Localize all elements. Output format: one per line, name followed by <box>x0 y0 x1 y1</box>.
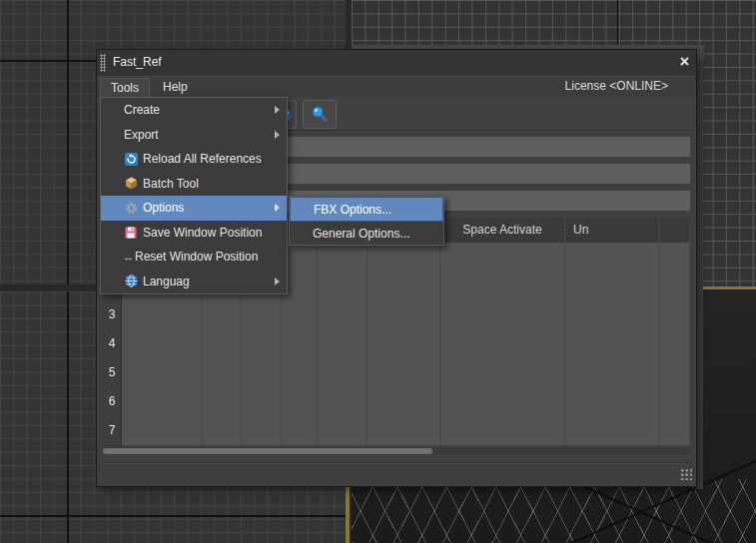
menu-item-reset-window-position[interactable]: ↔ Reset Window Position <box>101 245 287 270</box>
reset-arrows-icon: ↔ <box>124 250 133 264</box>
title-bar[interactable]: Fast_Ref × <box>97 50 696 77</box>
table-cell[interactable] <box>368 300 440 330</box>
table-cell[interactable] <box>368 416 440 446</box>
table-cell[interactable] <box>282 329 318 359</box>
table-cell[interactable] <box>565 272 660 301</box>
table-cell[interactable] <box>660 272 690 301</box>
horizontal-scrollbar[interactable] <box>103 447 690 455</box>
table-cell[interactable] <box>122 300 203 330</box>
table-cell[interactable] <box>368 272 440 301</box>
row-number[interactable]: 6 <box>103 387 122 417</box>
table-cell[interactable] <box>203 329 242 359</box>
divider <box>103 462 690 464</box>
grid-axis-horizontal <box>0 515 346 517</box>
floppy-save-icon <box>124 226 138 240</box>
table-cell[interactable] <box>203 300 242 330</box>
table-cell[interactable] <box>122 416 203 446</box>
table-cell[interactable] <box>242 329 282 359</box>
table-cell[interactable] <box>368 387 440 417</box>
table-cell[interactable] <box>565 243 660 272</box>
table-cell[interactable] <box>660 243 690 272</box>
table-cell[interactable] <box>203 416 242 446</box>
table-cell[interactable] <box>440 272 565 301</box>
tools-dropdown-menu: Create Export Reload All References Batc… <box>100 97 288 294</box>
table-cell[interactable] <box>122 387 203 417</box>
table-row: 3 <box>103 300 690 329</box>
table-cell[interactable] <box>318 243 368 272</box>
table-cell[interactable] <box>660 358 690 388</box>
table-cell[interactable] <box>368 358 440 388</box>
table-cell[interactable] <box>318 329 368 359</box>
submenu-arrow-icon <box>275 204 280 212</box>
table-cell[interactable] <box>565 387 660 417</box>
table-cell[interactable] <box>440 387 565 417</box>
menu-tools[interactable]: Tools <box>100 78 150 98</box>
menu-item-options[interactable]: Options <box>101 196 287 221</box>
header-spacer <box>660 218 690 243</box>
resize-grip[interactable] <box>679 467 692 480</box>
table-cell[interactable] <box>440 358 565 388</box>
table-cell[interactable] <box>242 358 282 388</box>
table-cell[interactable] <box>565 329 660 359</box>
table-cell[interactable] <box>440 243 565 272</box>
table-cell[interactable] <box>318 387 368 417</box>
table-cell[interactable] <box>660 300 690 330</box>
screenshot-root: Fast_Ref × Tools Help License <ONLINE> <box>0 0 756 543</box>
menu-item-batch-tool[interactable]: Batch Tool <box>101 172 287 197</box>
submenu-item-fbx-options[interactable]: FBX Options... <box>290 197 443 222</box>
row-number[interactable]: 4 <box>103 329 122 359</box>
table-cell[interactable] <box>282 300 318 330</box>
table-cell[interactable] <box>565 416 660 446</box>
row-number[interactable]: 5 <box>103 358 122 388</box>
batch-cube-icon <box>124 177 138 191</box>
drag-handle-icon[interactable] <box>100 54 106 72</box>
search-button[interactable] <box>303 100 337 129</box>
menu-item-reload-all-references[interactable]: Reload All References <box>101 147 287 172</box>
row-number[interactable]: 7 <box>103 416 122 446</box>
table-cell[interactable] <box>368 243 440 272</box>
table-cell[interactable] <box>282 387 318 417</box>
submenu-arrow-icon <box>275 277 280 285</box>
submenu-item-general-options[interactable]: General Options... <box>290 222 443 245</box>
background-panel-edge <box>696 60 703 489</box>
reload-icon <box>124 152 138 166</box>
table-cell[interactable] <box>318 358 368 388</box>
table-cell[interactable] <box>660 387 690 417</box>
table-cell[interactable] <box>440 300 565 330</box>
close-icon[interactable]: × <box>680 52 689 72</box>
table-cell[interactable] <box>565 300 660 330</box>
table-cell[interactable] <box>368 329 440 359</box>
table-cell[interactable] <box>318 272 368 301</box>
active-viewport-border-left <box>346 486 350 543</box>
grid-axis-vertical <box>67 0 69 284</box>
row-number[interactable]: 3 <box>103 300 122 330</box>
table-cell[interactable] <box>282 358 318 388</box>
table-cell[interactable] <box>660 329 690 359</box>
table-row: 5 <box>103 358 690 387</box>
table-row: 6 <box>103 387 690 416</box>
table-cell[interactable] <box>242 300 282 330</box>
menu-help[interactable]: Help <box>153 78 198 96</box>
menu-item-language[interactable]: Languag <box>101 270 287 294</box>
table-cell[interactable] <box>318 416 368 446</box>
table-cell[interactable] <box>660 416 690 446</box>
table-cell[interactable] <box>242 387 282 417</box>
table-cell[interactable] <box>318 300 368 330</box>
table-cell[interactable] <box>203 387 242 417</box>
menu-item-save-window-position[interactable]: Save Window Position <box>101 221 287 246</box>
table-cell[interactable] <box>203 358 242 388</box>
scrollbar-thumb[interactable] <box>103 448 432 454</box>
table-cell[interactable] <box>122 358 203 388</box>
header-space-activate[interactable]: Space Activate <box>440 218 565 243</box>
table-cell[interactable] <box>242 416 282 446</box>
header-unload[interactable]: Un <box>565 218 660 243</box>
table-cell[interactable] <box>440 329 565 359</box>
gear-icon <box>124 201 138 215</box>
table-cell[interactable] <box>282 416 318 446</box>
table-cell[interactable] <box>122 329 203 359</box>
menu-item-export[interactable]: Export <box>101 123 287 148</box>
window-title: Fast_Ref <box>113 55 162 69</box>
table-cell[interactable] <box>565 358 660 388</box>
menu-item-create[interactable]: Create <box>101 98 287 123</box>
table-cell[interactable] <box>440 416 565 446</box>
